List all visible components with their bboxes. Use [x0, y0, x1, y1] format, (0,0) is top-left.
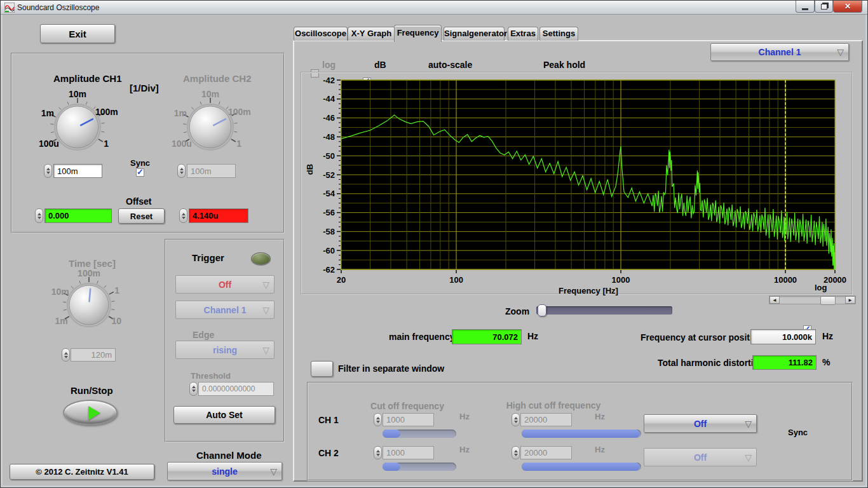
- cursor-frequency-label: Frequency at cursor position: [641, 332, 763, 342]
- svg-text:100: 100: [449, 275, 463, 285]
- filter-mode-ch2-dropdown: Off▽: [644, 448, 757, 466]
- filter-window-button[interactable]: [311, 361, 333, 377]
- zoom-label: Zoom: [505, 306, 529, 316]
- knob-needle: [89, 289, 90, 302]
- trigger-edge-value: rising: [213, 345, 237, 355]
- zoom-slider[interactable]: [536, 306, 672, 315]
- cursor-frequency-unit: Hz: [822, 331, 833, 341]
- minimize-button[interactable]: [796, 1, 815, 13]
- channel-mode-dropdown[interactable]: single▽: [167, 462, 282, 480]
- channel-select-value: Channel 1: [759, 47, 801, 57]
- scroll-track[interactable]: [780, 296, 845, 304]
- restore-icon: [821, 4, 827, 10]
- graph-scrollbar[interactable]: ◄ ►: [769, 295, 856, 304]
- svg-text:10000: 10000: [774, 275, 797, 285]
- svg-text:-46: -46: [323, 113, 335, 123]
- run-stop-label: Run/Stop: [71, 385, 113, 396]
- offset-ch2-value[interactable]: 4.140u: [189, 208, 248, 223]
- filter-mode-ch2-value: Off: [694, 452, 707, 463]
- knob-scale-label: 10m: [51, 287, 69, 297]
- knob-scale-label: 1m: [55, 316, 68, 326]
- svg-text:-58: -58: [323, 227, 335, 236]
- close-button[interactable]: ✕: [833, 1, 862, 13]
- dropdown-arrow-icon: ▽: [262, 344, 269, 355]
- log-x-label: log: [815, 283, 827, 292]
- knob-scale-label: 1: [114, 285, 119, 295]
- svg-text:-52: -52: [323, 170, 335, 180]
- zoom-slider-thumb[interactable]: [538, 304, 546, 316]
- copyright-button[interactable]: © 2012 C. Zeitnitz V1.41: [10, 464, 154, 480]
- close-icon: ✕: [844, 2, 851, 11]
- svg-text:-48: -48: [323, 132, 335, 142]
- time-value: 120m: [71, 348, 116, 362]
- channel-mode-label: Channel Mode: [196, 450, 262, 461]
- minimize-icon: [802, 8, 808, 10]
- ch1-high-unit: Hz: [595, 412, 605, 421]
- spectrum-chart[interactable]: -42-44-46-48-50-52-54-56-58-60-622010010…: [296, 61, 858, 309]
- auto-set-button[interactable]: Auto Set: [173, 406, 275, 424]
- ch1-cutoff-slider: [383, 430, 456, 438]
- knob-scale-label: 100m: [78, 268, 100, 278]
- offset-ch1-spinner[interactable]: [35, 208, 43, 223]
- ch1-high-slider: [522, 430, 641, 438]
- knob-scale-label: 100m: [228, 107, 251, 117]
- filter-mode-ch1-dropdown[interactable]: Off▽: [644, 414, 757, 433]
- ch1-cutoff-value: 1000: [383, 413, 434, 426]
- cutoff-label: Cut off frequency: [353, 401, 461, 411]
- title-bar[interactable]: Soundcard Oszilloscope ✕: [1, 1, 867, 15]
- tab-oscilloscope[interactable]: Oscilloscope: [294, 27, 348, 41]
- cursor-frequency-value: 10.000k: [750, 329, 816, 344]
- main-frequency-label: main frequency: [389, 332, 454, 342]
- ch2-cutoff-spinner: [374, 446, 382, 459]
- ch2-cutoff-value: 1000: [383, 446, 434, 459]
- trigger-mode-dropdown: Off▽: [175, 275, 275, 294]
- tab-x-y-graph[interactable]: X-Y Graph: [348, 27, 395, 41]
- restore-button[interactable]: [815, 1, 833, 13]
- offset-ch2-spinner[interactable]: [179, 208, 187, 223]
- tab-signalgenerator[interactable]: Signalgenerator: [444, 27, 505, 41]
- high-cutoff-label: High cut off frequency: [493, 400, 614, 410]
- window-title: Soundcard Oszilloscope: [17, 3, 99, 12]
- amplitude-sync-checkbox[interactable]: [136, 168, 144, 177]
- knob-scale-label: 1m: [41, 108, 54, 118]
- knob-scale-label: 1m: [174, 108, 187, 118]
- app-icon: [4, 3, 15, 13]
- channel-select-dropdown[interactable]: Channel 1▽: [710, 43, 849, 61]
- threshold-spinner: [189, 382, 198, 396]
- per-div-label: [1/Div]: [130, 83, 159, 93]
- scroll-left-icon[interactable]: ◄: [770, 296, 780, 304]
- exit-button[interactable]: Exit: [40, 24, 115, 43]
- app-window: Soundcard Oszilloscope ✕ Exit Amplitude …: [0, 0, 868, 488]
- tab-extras[interactable]: Extras: [508, 27, 538, 41]
- ch2-cutoff-slider: [383, 463, 456, 471]
- trigger-source-value: Channel 1: [204, 305, 247, 315]
- svg-text:-62: -62: [323, 265, 335, 274]
- trigger-led: [251, 252, 271, 265]
- filter-mode-ch1-value: Off: [694, 419, 707, 429]
- dropdown-arrow-icon: ▽: [270, 466, 277, 476]
- time-spinner: [62, 348, 70, 362]
- main-frequency-value: 70.072: [452, 329, 522, 344]
- ch1-high-value: 20000: [520, 413, 572, 426]
- knob-scale-label: 100u: [39, 139, 59, 149]
- scroll-thumb[interactable]: [820, 296, 836, 305]
- trigger-edge-dropdown: rising▽: [175, 341, 275, 359]
- ch1-cutoff-unit: Hz: [459, 412, 470, 421]
- dropdown-arrow-icon: ▽: [745, 452, 752, 462]
- run-play-icon: [88, 406, 100, 420]
- trigger-mode-value: Off: [219, 280, 231, 290]
- tab-settings[interactable]: Settings: [539, 27, 578, 41]
- ch2-high-spinner: [512, 446, 520, 459]
- tab-frequency[interactable]: Frequency: [394, 25, 442, 42]
- knob-scale-label: 10m: [69, 89, 86, 99]
- offset-reset-button[interactable]: Reset: [118, 208, 165, 224]
- trigger-edge-label: Edge: [193, 330, 214, 340]
- filter-sync-label: Sync: [788, 428, 808, 437]
- amplitude-sync-label: Sync: [130, 158, 150, 168]
- offset-label: Offset: [126, 196, 151, 207]
- scroll-right-icon[interactable]: ►: [845, 296, 855, 304]
- svg-text:-54: -54: [323, 189, 336, 198]
- ch1-cutoff-spinner: [374, 413, 382, 426]
- offset-ch1-value[interactable]: 0.000: [44, 208, 112, 223]
- x-axis-title: Frequency [Hz]: [553, 286, 623, 295]
